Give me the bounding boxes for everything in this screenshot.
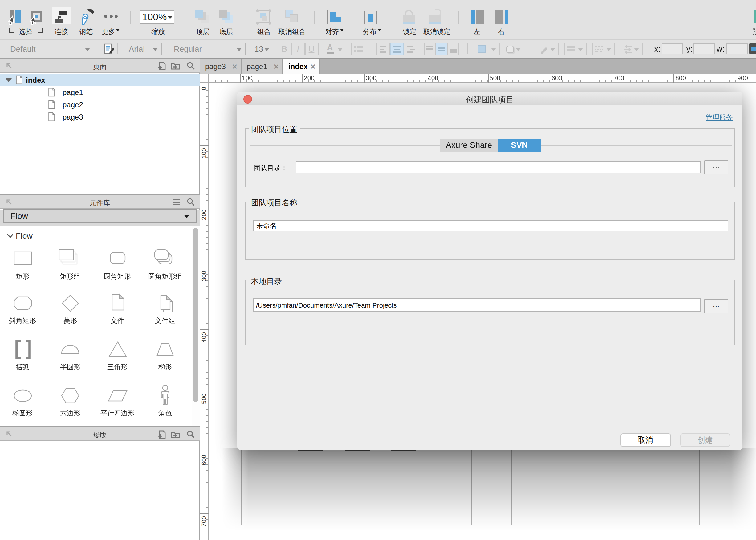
svg-text:400: 400 [200, 332, 207, 343]
svg-text:600: 600 [200, 455, 207, 466]
svg-text:300: 300 [200, 271, 207, 281]
svg-text:100: 100 [200, 148, 207, 159]
svg-text:500: 500 [200, 393, 207, 404]
svg-text:0: 0 [200, 86, 207, 90]
svg-text:200: 200 [200, 209, 207, 220]
svg-text:700: 700 [200, 516, 207, 527]
